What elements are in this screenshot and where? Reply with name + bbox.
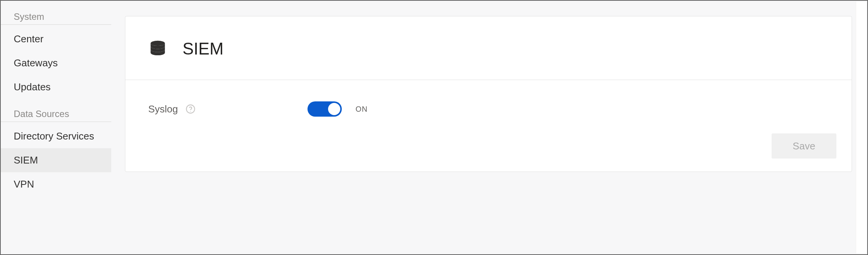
sidebar-section-system: System <box>1 11 111 25</box>
card-body: Syslog ON Save <box>125 80 852 172</box>
help-icon[interactable] <box>186 104 195 114</box>
syslog-toggle-state: ON <box>356 105 368 114</box>
database-icon <box>148 39 167 58</box>
syslog-label: Syslog <box>148 103 178 115</box>
sidebar-item-center[interactable]: Center <box>1 27 111 51</box>
sidebar: System Center Gateways Updates Data Sour… <box>1 1 111 254</box>
main-content: SIEM Syslog ON Save <box>111 1 867 254</box>
page-title: SIEM <box>183 39 224 58</box>
syslog-toggle[interactable] <box>307 101 342 117</box>
sidebar-item-gateways[interactable]: Gateways <box>1 51 111 75</box>
sidebar-item-directory-services[interactable]: Directory Services <box>1 124 111 148</box>
toggle-knob <box>328 103 340 115</box>
save-button[interactable]: Save <box>772 133 836 159</box>
sidebar-section-data-sources: Data Sources <box>1 109 111 122</box>
sidebar-item-vpn[interactable]: VPN <box>1 172 111 196</box>
settings-card: SIEM Syslog ON Save <box>125 16 852 172</box>
setting-syslog: Syslog ON <box>148 101 829 117</box>
card-header: SIEM <box>125 16 852 80</box>
svg-point-1 <box>186 105 195 113</box>
sidebar-item-updates[interactable]: Updates <box>1 75 111 99</box>
svg-point-2 <box>190 111 191 112</box>
sidebar-item-siem[interactable]: SIEM <box>1 148 111 172</box>
vertical-scrollbar[interactable] <box>856 2 866 253</box>
svg-point-0 <box>151 41 165 46</box>
